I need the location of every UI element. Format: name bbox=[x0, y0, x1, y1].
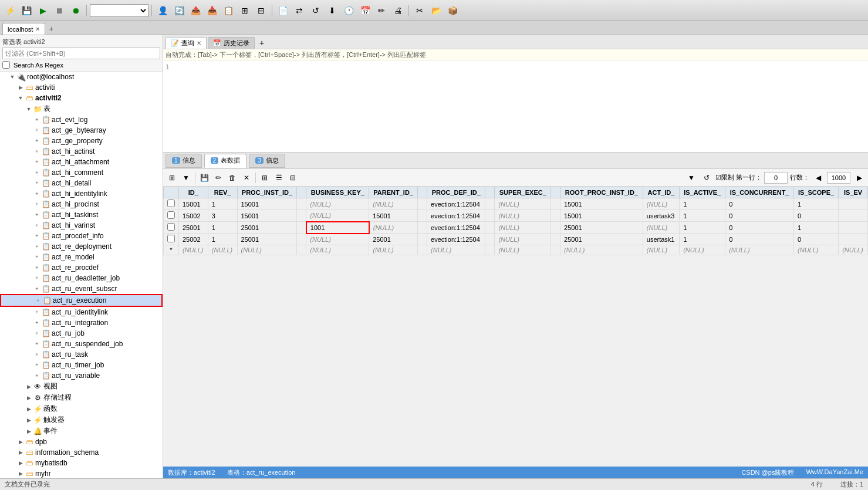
results-next-btn[interactable]: ▶ bbox=[853, 171, 866, 184]
col-is-active[interactable]: IS_ACTIVE_ bbox=[680, 187, 725, 198]
row1-rev[interactable]: 1 bbox=[208, 198, 237, 210]
tree-folder-views[interactable]: ▶ 👁 视图 bbox=[0, 381, 163, 392]
row5-act-id[interactable]: (NULL) bbox=[643, 245, 679, 255]
row2-super-exec[interactable]: (NULL) bbox=[495, 210, 551, 222]
rows-value-input[interactable] bbox=[827, 172, 850, 184]
row3-is-active[interactable]: 1 bbox=[680, 222, 725, 234]
col-proc-def-id[interactable]: PROC_DEF_ID_ bbox=[427, 187, 485, 198]
toolbar-icon-stop[interactable]: ⏹ bbox=[52, 3, 67, 18]
search-as-regex-checkbox[interactable] bbox=[2, 61, 10, 69]
col-flag4[interactable] bbox=[551, 187, 560, 198]
tree-table-act_ru_suspended_job[interactable]: +📋act_ru_suspended_job bbox=[0, 339, 163, 349]
row5-rev[interactable]: (NULL) bbox=[208, 245, 237, 255]
toolbar-icon-refresh[interactable]: ↺ bbox=[308, 3, 323, 18]
row3-checkbox[interactable] bbox=[164, 222, 179, 234]
row3-business-key[interactable]: 1001 bbox=[306, 222, 369, 234]
table-row[interactable]: 25001 1 25001 1001 (NULL) evection:1:125… bbox=[164, 222, 868, 234]
col-flag3[interactable] bbox=[485, 187, 495, 198]
results-btn-cancel[interactable]: ✕ bbox=[240, 171, 253, 184]
tree-table-act_ge_property[interactable]: +📋act_ge_property bbox=[0, 136, 163, 146]
tree-table-act_ru_deadletter_job[interactable]: +📋act_ru_deadletter_job bbox=[0, 273, 163, 283]
results-btn-dropdown[interactable]: ▼ bbox=[180, 171, 192, 184]
tree-table-act_re_procdef[interactable]: +📋act_re_procdef bbox=[0, 262, 163, 273]
row2-business-key[interactable]: (NULL) bbox=[306, 210, 369, 222]
row5-root-proc-inst-id[interactable]: (NULL) bbox=[560, 245, 643, 255]
row3-check-input[interactable] bbox=[167, 223, 175, 231]
row2-check-input[interactable] bbox=[167, 211, 175, 219]
results-btn-funnel[interactable]: ▼ bbox=[685, 171, 698, 184]
row1-business-key[interactable]: (NULL) bbox=[306, 198, 369, 210]
row4-parent-id[interactable]: 25001 bbox=[369, 234, 418, 245]
toolbar-icon-grid2[interactable]: ⊟ bbox=[254, 3, 269, 18]
tree-table-act_re_model[interactable]: +📋act_re_model bbox=[0, 252, 163, 262]
row4-business-key[interactable]: (NULL) bbox=[306, 234, 369, 245]
tab-close-icon[interactable]: ✕ bbox=[35, 26, 40, 32]
toolbar-icon-green2[interactable]: 📤 bbox=[188, 3, 203, 18]
col-is-scope[interactable]: IS_SCOPE_ bbox=[794, 187, 839, 198]
row4-check-input[interactable] bbox=[167, 235, 175, 242]
row3-proc-inst-id[interactable]: 25001 bbox=[237, 222, 297, 234]
toolbar-icon-edit[interactable]: ✏ bbox=[374, 3, 389, 18]
triggers-toggle[interactable]: ▶ bbox=[25, 416, 33, 424]
result-tab-2[interactable]: 2 表数据 bbox=[204, 154, 247, 168]
toolbar-icon-green1[interactable]: 🔄 bbox=[171, 3, 187, 18]
tree-table-act_re_deployment[interactable]: +📋act_re_deployment bbox=[0, 241, 163, 252]
toolbar-icon-record[interactable]: ⏺ bbox=[68, 3, 83, 18]
row1-id[interactable]: 15001 bbox=[179, 198, 208, 210]
tree-table-act_hi_attachment[interactable]: +📋act_hi_attachment bbox=[0, 157, 163, 167]
query-tab-close[interactable]: ✕ bbox=[197, 40, 201, 46]
row1-is-concurrent[interactable]: 0 bbox=[725, 198, 794, 210]
tree-db-activiti[interactable]: ▶ 🗃 activiti bbox=[0, 82, 163, 93]
query-tab-history[interactable]: 📅 历史记录 bbox=[208, 37, 255, 49]
toolbar-icon-clock[interactable]: 🕐 bbox=[341, 3, 356, 18]
query-editor[interactable]: 1 bbox=[163, 61, 868, 152]
row1-checkbox[interactable] bbox=[164, 198, 179, 210]
col-rev[interactable]: REV_ bbox=[208, 187, 237, 198]
row1-is-scope[interactable]: 1 bbox=[794, 198, 839, 210]
row1-is-active[interactable]: 1 bbox=[680, 198, 725, 210]
tree-table-act_hi_identitylink[interactable]: +📋act_hi_identitylink bbox=[0, 188, 163, 199]
row3-act-id[interactable]: (NULL) bbox=[643, 222, 679, 234]
col-parent-id[interactable]: PARENT_ID_ bbox=[369, 187, 418, 198]
tree-db-dpb[interactable]: ▶ 🗃 dpb bbox=[0, 437, 163, 447]
toolbar-icon-green3[interactable]: 📥 bbox=[204, 3, 219, 18]
tree-folder-funcs[interactable]: ▶ ⚡ 函数 bbox=[0, 403, 163, 414]
mh-toggle[interactable]: ▶ bbox=[16, 469, 25, 478]
row2-is-active[interactable]: 1 bbox=[680, 210, 725, 222]
result-tab-1[interactable]: 1 信息 bbox=[166, 154, 202, 168]
toolbar-icon-blue1[interactable]: 📋 bbox=[221, 3, 236, 18]
tree-table-act_ru_job[interactable]: +📋act_ru_job bbox=[0, 328, 163, 339]
row3-is-concurrent[interactable]: 0 bbox=[725, 222, 794, 234]
results-prev-btn[interactable]: ◀ bbox=[812, 171, 825, 184]
results-btn-grid3[interactable]: ⊟ bbox=[286, 171, 299, 184]
row2-id[interactable]: 15002 bbox=[179, 210, 208, 222]
row2-is-scope[interactable]: 0 bbox=[794, 210, 839, 222]
row1-super-exec[interactable]: (NULL) bbox=[495, 198, 551, 210]
tree-table-act_ge_bytearray[interactable]: +📋act_ge_bytearray bbox=[0, 125, 163, 136]
row1-parent-id[interactable]: (NULL) bbox=[369, 198, 418, 210]
toolbar-icon-box[interactable]: 📦 bbox=[445, 3, 460, 18]
toolbar-icon-grid[interactable]: ⊞ bbox=[237, 3, 252, 18]
row5-proc-def-id[interactable]: (NULL) bbox=[427, 245, 485, 255]
results-btn-delete[interactable]: 🗑 bbox=[226, 171, 239, 184]
col-proc-inst-id[interactable]: PROC_INST_ID_ bbox=[237, 187, 297, 198]
tab-localhost[interactable]: localhost ✕ bbox=[2, 23, 45, 35]
tree-table-act_hi_actinst[interactable]: +📋act_hi_actinst bbox=[0, 146, 163, 157]
toolbar-icon-cal[interactable]: 📅 bbox=[357, 3, 373, 18]
activiti2-toggle-icon[interactable]: ▼ bbox=[16, 94, 25, 102]
result-tab-3[interactable]: 3 信息 bbox=[249, 154, 285, 168]
row3-root-proc-inst-id[interactable]: 25001 bbox=[560, 222, 643, 234]
toolbar-icon-play[interactable]: ▶ bbox=[35, 3, 50, 18]
tree-table-act_hi_procinst[interactable]: +📋act_hi_procinst bbox=[0, 199, 163, 209]
row5-id[interactable]: (NULL) bbox=[179, 245, 208, 255]
row2-checkbox[interactable] bbox=[164, 210, 179, 222]
dpb-toggle[interactable]: ▶ bbox=[16, 438, 25, 446]
row1-check-input[interactable] bbox=[167, 200, 175, 207]
row5-is-active[interactable]: (NULL) bbox=[680, 245, 725, 255]
results-btn-filter[interactable]: ⊞ bbox=[166, 171, 178, 184]
row2-act-id[interactable]: usertask3 bbox=[643, 210, 679, 222]
tree-table-act_procdef_info[interactable]: +📋act_procdef_info bbox=[0, 231, 163, 241]
col-flag2[interactable] bbox=[418, 187, 427, 198]
row2-root-proc-inst-id[interactable]: 15001 bbox=[560, 210, 643, 222]
tree-table-act_hi_varinst[interactable]: +📋act_hi_varinst bbox=[0, 220, 163, 231]
